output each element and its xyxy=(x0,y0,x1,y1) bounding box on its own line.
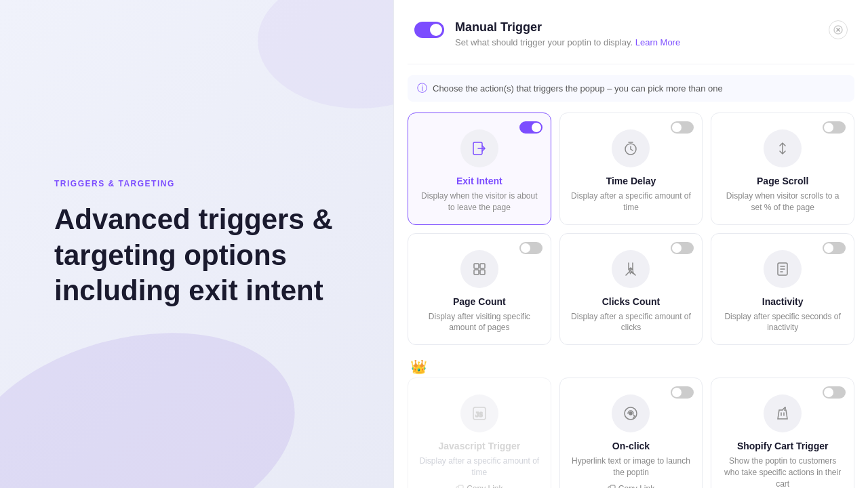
copy-icon xyxy=(608,485,616,488)
info-text: Choose the action(s) that triggers the p… xyxy=(433,83,723,94)
on-click-title: On-click xyxy=(612,441,650,451)
inactivity-title: Inactivity xyxy=(762,296,804,307)
javascript-icon-circle: JS xyxy=(460,394,498,432)
inactivity-desc: Display after specific seconds of inacti… xyxy=(722,311,843,334)
trigger-header: Manual Trigger Set what should trigger y… xyxy=(408,14,854,61)
inactivity-icon-circle xyxy=(764,250,802,288)
crown-icon: 👑 xyxy=(410,359,427,375)
clicks-count-toggle[interactable] xyxy=(671,242,694,257)
javascript-copy-link[interactable]: Copy Link xyxy=(456,484,502,488)
time-delay-icon xyxy=(623,140,639,157)
javascript-desc: Display after a specific amount of time xyxy=(419,455,540,479)
trigger-card-time-delay[interactable]: Time Delay Display after a specific amou… xyxy=(559,113,703,225)
right-panel: Manual Trigger Set what should trigger y… xyxy=(393,0,868,488)
trigger-grid: Exit Intent Display when the visitor is … xyxy=(408,113,854,345)
on-click-icon xyxy=(623,405,639,422)
learn-more-link[interactable]: Learn More xyxy=(635,37,680,47)
page-scroll-icon xyxy=(774,140,791,157)
on-click-toggle[interactable] xyxy=(671,386,694,401)
shopify-desc: Show the poptin to customers who take sp… xyxy=(722,455,843,488)
time-delay-desc: Display after a specific amount of time xyxy=(571,190,692,214)
page-scroll-toggle-switch[interactable] xyxy=(823,121,846,134)
trigger-header-text: Manual Trigger Set what should trigger y… xyxy=(455,20,680,47)
page-scroll-toggle[interactable] xyxy=(823,121,846,136)
trigger-card-on-click[interactable]: On-click Hyperlink text or image to laun… xyxy=(559,378,703,488)
premium-trigger-grid: JS Javascript Trigger Display after a sp… xyxy=(408,378,854,488)
badge-label: TRIGGERS & TARGETING xyxy=(54,179,353,188)
exit-intent-toggle[interactable] xyxy=(519,121,542,136)
time-delay-icon-circle xyxy=(612,129,650,167)
exit-intent-icon xyxy=(471,140,488,157)
shopify-icon-circle xyxy=(764,394,802,432)
page-scroll-title: Page Scroll xyxy=(757,176,808,186)
shopify-toggle[interactable] xyxy=(823,386,846,401)
headline: Advanced triggers & targeting options in… xyxy=(54,202,353,309)
clicks-count-title: Clicks Count xyxy=(602,296,660,307)
javascript-title: Javascript Trigger xyxy=(439,441,521,451)
svg-rect-16 xyxy=(458,485,463,488)
trigger-card-inactivity[interactable]: Inactivity Display after specific second… xyxy=(711,233,854,346)
trigger-title: Manual Trigger xyxy=(455,20,680,35)
left-panel: TRIGGERS & TARGETING Advanced triggers &… xyxy=(0,0,393,488)
svg-rect-6 xyxy=(480,264,485,268)
divider xyxy=(408,64,854,64)
trigger-card-page-count[interactable]: Page Count Display after visiting specif… xyxy=(408,233,551,346)
shopify-icon xyxy=(774,405,791,422)
svg-rect-8 xyxy=(480,270,485,274)
clicks-count-icon xyxy=(623,261,639,277)
inactivity-toggle[interactable] xyxy=(823,242,846,257)
main-toggle-container[interactable] xyxy=(414,22,444,41)
javascript-icon: JS xyxy=(471,405,488,422)
close-button[interactable] xyxy=(829,20,848,39)
page-count-icon xyxy=(471,261,488,277)
shopify-title: Shopify Cart Trigger xyxy=(737,441,829,451)
trigger-subtitle: Set what should trigger your poptin to d… xyxy=(455,37,680,47)
page-scroll-icon-circle xyxy=(764,129,802,167)
exit-intent-toggle-switch[interactable] xyxy=(519,121,542,134)
premium-row: 👑 xyxy=(408,353,854,378)
clicks-count-desc: Display after a specific amount of click… xyxy=(571,311,692,334)
on-click-copy-link[interactable]: Copy Link xyxy=(608,484,654,488)
exit-intent-icon-circle xyxy=(460,129,498,167)
page-count-icon-circle xyxy=(460,250,498,288)
svg-text:JS: JS xyxy=(475,411,483,418)
trigger-card-exit-intent[interactable]: Exit Intent Display when the visitor is … xyxy=(408,113,551,225)
shopify-toggle-switch[interactable] xyxy=(823,386,846,399)
inactivity-toggle-switch[interactable] xyxy=(823,242,846,254)
exit-intent-title: Exit Intent xyxy=(456,176,502,186)
trigger-card-shopify[interactable]: Shopify Cart Trigger Show the poptin to … xyxy=(711,378,854,488)
time-delay-toggle-switch[interactable] xyxy=(671,121,694,134)
on-click-icon-circle xyxy=(612,394,650,432)
exit-intent-desc: Display when the visitor is about to lea… xyxy=(419,190,540,214)
on-click-desc: Hyperlink text or image to launch the po… xyxy=(571,455,692,479)
copy-link-icon xyxy=(456,485,464,488)
trigger-header-left: Manual Trigger Set what should trigger y… xyxy=(414,20,680,47)
trigger-card-javascript: JS Javascript Trigger Display after a sp… xyxy=(408,378,551,488)
close-icon xyxy=(833,25,843,35)
info-bar: ⓘ Choose the action(s) that triggers the… xyxy=(408,75,854,102)
clicks-count-toggle-switch[interactable] xyxy=(671,242,694,254)
main-toggle[interactable] xyxy=(414,22,444,38)
inactivity-icon xyxy=(774,261,791,277)
time-delay-title: Time Delay xyxy=(606,176,656,186)
page-count-toggle-switch[interactable] xyxy=(519,242,542,254)
page-scroll-desc: Display when visitor scrolls to a set % … xyxy=(722,190,843,214)
info-icon: ⓘ xyxy=(417,82,427,95)
time-delay-toggle[interactable] xyxy=(671,121,694,136)
clicks-count-icon-circle xyxy=(612,250,650,288)
svg-point-18 xyxy=(629,412,632,415)
trigger-card-page-scroll[interactable]: Page Scroll Display when visitor scrolls… xyxy=(711,113,854,225)
page-count-title: Page Count xyxy=(453,296,506,307)
trigger-card-clicks-count[interactable]: Clicks Count Display after a specific am… xyxy=(559,233,703,346)
svg-rect-5 xyxy=(474,264,479,268)
page-count-toggle[interactable] xyxy=(519,242,542,257)
svg-rect-20 xyxy=(610,485,615,488)
svg-rect-7 xyxy=(474,270,479,274)
on-click-toggle-switch[interactable] xyxy=(671,386,694,399)
page-count-desc: Display after visiting specific amount o… xyxy=(419,311,540,334)
